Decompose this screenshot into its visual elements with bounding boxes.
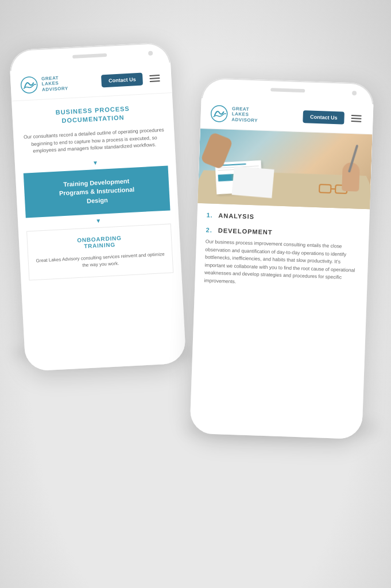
paper2: [232, 166, 274, 198]
logo-icon-front: [210, 104, 229, 123]
contact-button-front[interactable]: Contact Us: [303, 110, 344, 124]
hamburger-menu-back[interactable]: [147, 72, 162, 84]
logo-text-back: GREAT LAKES ADVISORY: [41, 75, 68, 92]
phone-front: GREAT LAKES ADVISORY Contact Us: [189, 78, 374, 439]
hamburger-menu-front[interactable]: [349, 113, 364, 125]
hero-image: [198, 129, 372, 209]
svg-point-0: [21, 76, 37, 93]
contact-button-back[interactable]: Contact Us: [101, 73, 143, 88]
development-section: 2. DEVELOPMENT Our business process impr…: [204, 226, 359, 290]
training-dev-title: Training DevelopmentPrograms & Instructi…: [31, 175, 163, 208]
logo-text-front: GREAT LAKES ADVISORY: [231, 106, 258, 123]
training-dev-block: Training DevelopmentPrograms & Instructi…: [24, 166, 171, 218]
onboarding-body: Great Lakes Advisory consulting services…: [36, 251, 166, 272]
logo-area-front: GREAT LAKES ADVISORY: [210, 104, 299, 125]
logo-icon-back: [20, 75, 39, 95]
onboarding-title: ONBOARDINGTRAINING: [34, 233, 165, 252]
biz-process-title: BUSINESS PROCESSDOCUMENTATION: [20, 103, 165, 128]
phone-front-screen: GREAT LAKES ADVISORY Contact Us: [189, 98, 373, 439]
svg-rect-2: [319, 184, 331, 193]
biz-process-body: Our consultants record a detailed outlin…: [21, 126, 167, 155]
meeting-scene: [198, 129, 372, 209]
phone-back-screen: GREAT LAKES ADVISORY Contact Us BUSINESS…: [10, 63, 186, 372]
development-title: 2. DEVELOPMENT: [206, 226, 359, 238]
onboarding-block: ONBOARDINGTRAINING Great Lakes Advisory …: [26, 224, 173, 281]
analysis-section: 1. ANALYSIS: [206, 211, 360, 223]
back-phone-content: BUSINESS PROCESSDOCUMENTATION Our consul…: [11, 93, 181, 281]
logo-area-back: GREAT LAKES ADVISORY: [20, 72, 98, 95]
development-body: Our business process improvement consult…: [204, 238, 359, 290]
front-phone-body: 1. ANALYSIS 2. DEVELOPMENT Our business …: [195, 203, 370, 291]
scene: GREAT LAKES ADVISORY Contact Us BUSINESS…: [0, 0, 391, 588]
phone-back: GREAT LAKES ADVISORY Contact Us BUSINESS…: [9, 42, 187, 372]
analysis-title: 1. ANALYSIS: [206, 211, 360, 223]
